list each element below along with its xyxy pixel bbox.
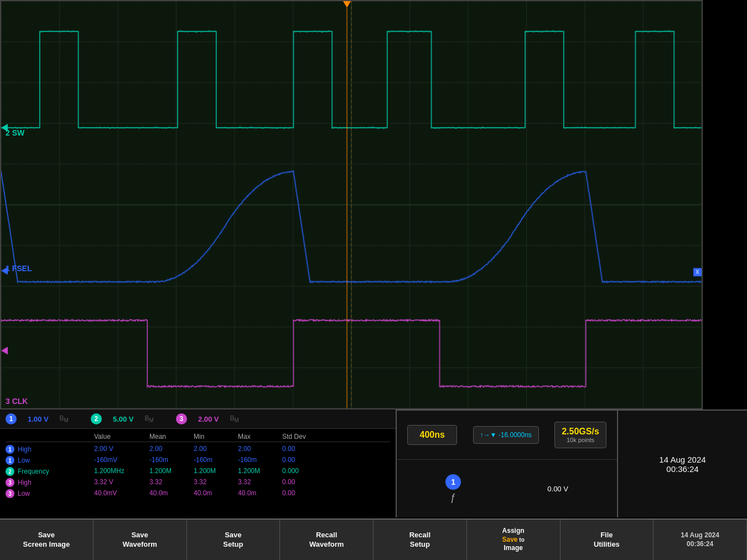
save-setup-button[interactable]: SaveSetup (187, 520, 281, 560)
meas-value-4: 40.0mV (94, 489, 149, 498)
save-waveform-button[interactable]: SaveWaveform (94, 520, 187, 560)
meas-max-3: 3.32 (238, 478, 282, 487)
trigger-level-item: 0.00 V (547, 485, 568, 493)
col-max: Max (238, 433, 282, 440)
date-value: 14 Aug 2024 (659, 455, 706, 464)
meas-mean-4: 40.0m (149, 489, 194, 498)
meas-min-1: -160m (194, 456, 238, 465)
meas-min-3: 3.32 (194, 478, 238, 487)
ch1-voltage: 1.00 V (28, 415, 49, 423)
time-per-div-box: 400ns (407, 425, 457, 445)
meas-value-0: 2.00 V (94, 445, 149, 454)
scope-canvas (1, 1, 702, 408)
trigger-level-value: 0.00 V (547, 485, 568, 493)
meas-row-name-2: Frequency (18, 468, 49, 475)
channel-info-bar: 1 1.00 V BM 2 5.00 V BM 3 2.00 V BM (0, 409, 396, 429)
trigger-pos-label: ↑→▼ -16.0000ns (480, 431, 532, 439)
meas-name-0: 1 High (6, 445, 94, 454)
ch2-voltage: 5.00 V (113, 415, 134, 423)
meas-stddev-1: 0.00 (282, 456, 326, 465)
recall-waveform-label: RecallWaveform (309, 531, 344, 549)
trigger-ch-badge: 1 (445, 474, 461, 490)
save-screen-image-label: SaveScreen Image (23, 531, 70, 549)
sample-rate-box: 2.50GS/s 10k points (554, 422, 606, 448)
meas-name-3: 3 High (6, 478, 94, 487)
meas-max-0: 2.00 (238, 445, 282, 454)
col-stddev: Std Dev (282, 433, 326, 440)
meas-row-4: 3 Low 40.0mV 40.0m 40.0m 40.0m 0.00 (6, 488, 390, 499)
meas-stddev-0: 0.00 (282, 445, 326, 454)
meas-min-4: 40.0m (194, 489, 238, 498)
meas-row-0: 1 High 2.00 V 2.00 2.00 2.00 0.00 (6, 444, 390, 455)
recall-waveform-button[interactable]: RecallWaveform (280, 520, 374, 560)
meas-row-name-4: Low (18, 490, 30, 497)
ch3-voltage: 2.00 V (198, 415, 219, 423)
datetime-panel: 14 Aug 2024 00:36:24 (617, 409, 747, 517)
meas-value-3: 3.32 V (94, 478, 149, 487)
meas-row-name-0: High (18, 445, 32, 453)
trigger-channel-item: 1 ƒ (445, 474, 461, 504)
time-per-div-value: 400ns (414, 430, 450, 440)
col-name (6, 433, 94, 440)
meas-row-2: 2 Frequency 1.200MHz 1.200M 1.200M 1.200… (6, 466, 390, 477)
meas-header: Value Mean Min Max Std Dev (6, 432, 390, 442)
trigger-channel-area: 1 ƒ 0.00 V (396, 459, 617, 517)
col-min: Min (194, 433, 238, 440)
meas-row-1: 1 Low -160mV -160m -160m -160m 0.00 (6, 455, 390, 466)
recall-setup-button[interactable]: RecallSetup (374, 520, 467, 560)
ch2-coupling: BM (145, 414, 154, 423)
meas-max-2: 1.200M (238, 467, 282, 476)
meas-value-2: 1.200MHz (94, 467, 149, 476)
ch1-badge: 1 (6, 413, 17, 424)
button-bar: SaveScreen Image SaveWaveform SaveSetup … (0, 518, 747, 560)
meas-min-0: 2.00 (194, 445, 238, 454)
meas-mean-3: 3.32 (149, 478, 194, 487)
assign-bowl-to-image-button[interactable]: AssignSave toImage (467, 520, 561, 560)
meas-max-4: 40.0m (238, 489, 282, 498)
meas-name-4: 3 Low (6, 489, 94, 498)
ch2-screen-label: 2 SW (6, 128, 24, 137)
meas-mean-0: 2.00 (149, 445, 194, 454)
time-value: 00:36:24 (659, 464, 706, 474)
save-waveform-label: SaveWaveform (122, 531, 157, 549)
meas-row-3: 3 High 3.32 V 3.32 3.32 3.32 0.00 (6, 477, 390, 488)
meas-stddev-2: 0.000 (282, 467, 326, 476)
col-value: Value (94, 433, 149, 440)
meas-mean-2: 1.200M (149, 467, 194, 476)
timebase-area: 400ns ↑→▼ -16.0000ns 2.50GS/s 10k points (396, 409, 617, 459)
meas-row-name-3: High (18, 479, 32, 486)
ch3-coupling: BM (230, 414, 239, 423)
meas-stddev-4: 0.00 (282, 489, 326, 498)
scope-screen: 2 SW 1 FSEL 3 CLK (0, 0, 703, 409)
meas-row-name-1: Low (18, 457, 30, 464)
sample-rate-value: 2.50GS/s (562, 427, 599, 437)
meas-value-1: -160mV (94, 456, 149, 465)
recall-setup-label: RecallSetup (409, 531, 430, 549)
ch3-badge: 3 (176, 413, 187, 424)
save-setup-label: SaveSetup (223, 531, 243, 549)
measurements-table: Value Mean Min Max Std Dev 1 High 2.00 V… (0, 429, 396, 517)
ch2-badge: 2 (91, 413, 102, 424)
record-length-value: 10k points (562, 437, 599, 443)
meas-name-2: 2 Frequency (6, 467, 94, 476)
ch3-screen-label: 3 CLK (6, 397, 28, 406)
save-screen-image-button[interactable]: SaveScreen Image (0, 520, 94, 560)
col-mean: Mean (149, 433, 194, 440)
ch1-coupling: BM (60, 414, 69, 423)
trigger-type-symbol: ƒ (450, 492, 456, 504)
ch1-screen-label: 1 FSEL (6, 264, 32, 273)
datetime-label: 14 Aug 202400:36:24 (681, 531, 719, 548)
meas-name-1: 1 Low (6, 456, 94, 465)
meas-min-2: 1.200M (194, 467, 238, 476)
trigger-pos-box: ↑→▼ -16.0000ns (473, 426, 539, 444)
date-display: 14 Aug 2024 00:36:24 (659, 455, 706, 474)
meas-mean-1: -160m (149, 456, 194, 465)
file-utilities-label: FileUtilities (594, 531, 620, 549)
meas-stddev-3: 0.00 (282, 478, 326, 487)
datetime-button: 14 Aug 202400:36:24 (653, 520, 747, 560)
trigger-cursor (343, 1, 351, 409)
meas-max-1: -160m (238, 456, 282, 465)
assign-bowl-label: AssignSave toImage (502, 527, 525, 553)
file-utilities-button[interactable]: FileUtilities (561, 520, 654, 560)
